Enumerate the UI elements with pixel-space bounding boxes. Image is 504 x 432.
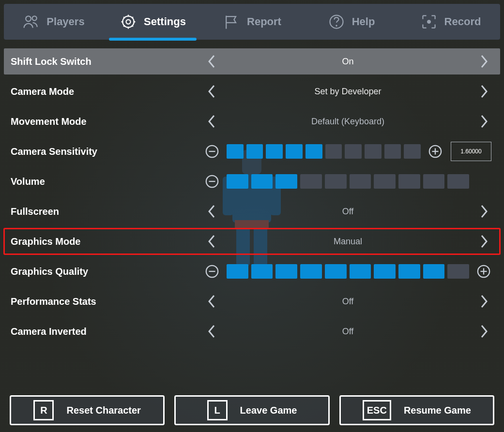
tab-help-label: Help bbox=[352, 15, 375, 28]
chevron-left-icon bbox=[207, 234, 217, 249]
tab-players-label: Players bbox=[46, 15, 84, 28]
minus-icon bbox=[205, 265, 219, 278]
label-camera-sensitivity: Camera Sensitivity bbox=[11, 146, 204, 157]
tab-help[interactable]: Help bbox=[302, 4, 401, 40]
minus-icon bbox=[205, 175, 219, 188]
tab-settings[interactable]: Settings bbox=[103, 4, 202, 40]
slider-segment bbox=[251, 174, 273, 189]
performance-stats-next[interactable] bbox=[476, 294, 491, 309]
row-volume: Volume bbox=[4, 168, 500, 194]
tab-record-label: Record bbox=[444, 15, 481, 28]
slider-segment bbox=[374, 264, 396, 279]
slider-segment bbox=[227, 144, 244, 159]
row-camera-inverted: Camera Inverted Off bbox=[4, 318, 500, 344]
label-shift-lock: Shift Lock Switch bbox=[11, 56, 204, 67]
label-movement-mode: Movement Mode bbox=[11, 116, 204, 127]
row-movement-mode: Movement Mode Default (Keyboard) bbox=[4, 108, 500, 134]
camera-inverted-next[interactable] bbox=[476, 324, 491, 339]
svg-point-10 bbox=[122, 16, 134, 27]
camera-mode-prev[interactable] bbox=[204, 84, 220, 99]
slider-segment bbox=[305, 144, 322, 159]
resume-label: Resume Game bbox=[404, 405, 471, 416]
camera-sensitivity-minus[interactable] bbox=[204, 144, 220, 159]
chevron-left-icon bbox=[207, 84, 217, 99]
slider-segment bbox=[365, 144, 382, 159]
shift-lock-value: On bbox=[223, 57, 473, 67]
shift-lock-prev[interactable] bbox=[204, 54, 220, 69]
key-resume: ESC bbox=[363, 400, 391, 420]
slider-segment bbox=[300, 174, 322, 189]
chevron-right-icon bbox=[478, 114, 489, 129]
gear-icon bbox=[120, 13, 137, 30]
slider-segment bbox=[404, 144, 421, 159]
shift-lock-next[interactable] bbox=[476, 54, 491, 69]
movement-mode-value: Default (Keyboard) bbox=[223, 117, 473, 127]
label-camera-mode: Camera Mode bbox=[11, 86, 204, 97]
chevron-right-icon bbox=[478, 54, 489, 69]
tab-players[interactable]: Players bbox=[4, 4, 103, 40]
tab-report[interactable]: Report bbox=[202, 4, 302, 40]
graphics-quality-minus[interactable] bbox=[204, 264, 220, 279]
fullscreen-prev[interactable] bbox=[204, 204, 220, 219]
tab-settings-label: Settings bbox=[144, 15, 186, 28]
svg-point-9 bbox=[126, 20, 131, 24]
chevron-left-icon bbox=[207, 324, 217, 339]
slider-segment bbox=[384, 144, 401, 159]
key-reset: R bbox=[33, 400, 54, 420]
reset-character-button[interactable]: R Reset Character bbox=[10, 395, 165, 425]
chevron-right-icon bbox=[478, 294, 489, 309]
bottom-bar: R Reset Character L Leave Game ESC Resum… bbox=[10, 395, 494, 425]
chevron-right-icon bbox=[478, 84, 489, 99]
graphics-mode-prev[interactable] bbox=[204, 234, 220, 249]
chevron-right-icon bbox=[478, 234, 489, 249]
graphics-quality-slider[interactable] bbox=[227, 264, 469, 279]
resume-game-button[interactable]: ESC Resume Game bbox=[339, 395, 494, 425]
plus-icon bbox=[428, 145, 442, 158]
camera-sensitivity-plus[interactable] bbox=[428, 144, 443, 159]
label-fullscreen: Fullscreen bbox=[11, 206, 204, 217]
chevron-left-icon bbox=[207, 114, 217, 129]
slider-segment bbox=[286, 144, 303, 159]
slider-segment bbox=[227, 174, 248, 189]
row-graphics-mode: Graphics Mode Manual bbox=[4, 228, 500, 254]
slider-segment bbox=[374, 174, 396, 189]
volume-minus[interactable] bbox=[204, 174, 220, 189]
slider-segment bbox=[398, 174, 420, 189]
record-icon bbox=[420, 13, 438, 30]
tab-record[interactable]: Record bbox=[401, 4, 500, 40]
leave-game-button[interactable]: L Leave Game bbox=[174, 395, 329, 425]
slider-segment bbox=[423, 174, 445, 189]
graphics-quality-plus[interactable] bbox=[476, 264, 491, 279]
slider-segment bbox=[423, 264, 445, 279]
movement-mode-next[interactable] bbox=[476, 114, 491, 129]
row-camera-mode: Camera Mode Set by Developer bbox=[4, 78, 500, 104]
camera-sensitivity-slider[interactable] bbox=[227, 144, 421, 159]
chevron-left-icon bbox=[207, 204, 217, 219]
svg-point-12 bbox=[336, 25, 337, 27]
flag-icon bbox=[223, 13, 240, 30]
row-camera-sensitivity: Camera Sensitivity 1.60000 bbox=[4, 138, 500, 164]
camera-inverted-prev[interactable] bbox=[204, 324, 220, 339]
slider-segment bbox=[227, 264, 248, 279]
camera-mode-next[interactable] bbox=[476, 84, 491, 99]
fullscreen-value: Off bbox=[223, 207, 473, 217]
slider-segment bbox=[350, 264, 371, 279]
graphics-mode-next[interactable] bbox=[476, 234, 491, 249]
movement-mode-prev[interactable] bbox=[204, 114, 220, 129]
slider-segment bbox=[251, 264, 273, 279]
camera-sensitivity-num[interactable]: 1.60000 bbox=[451, 142, 491, 161]
svg-point-8 bbox=[32, 16, 37, 20]
slider-segment bbox=[275, 264, 297, 279]
chevron-left-icon bbox=[207, 54, 217, 69]
performance-stats-prev[interactable] bbox=[204, 294, 220, 309]
slider-segment bbox=[246, 144, 263, 159]
svg-point-13 bbox=[427, 20, 430, 23]
volume-slider[interactable] bbox=[227, 174, 469, 189]
row-fullscreen: Fullscreen Off bbox=[4, 198, 500, 224]
fullscreen-next[interactable] bbox=[476, 204, 491, 219]
label-performance-stats: Performance Stats bbox=[11, 296, 204, 307]
players-icon bbox=[22, 13, 40, 30]
performance-stats-value: Off bbox=[223, 297, 473, 307]
slider-segment bbox=[325, 264, 347, 279]
row-graphics-quality: Graphics Quality bbox=[4, 258, 500, 284]
